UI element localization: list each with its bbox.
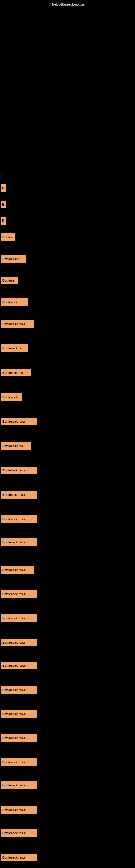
bottleneck-label-3: E	[1, 201, 6, 208]
bottleneck-label-22: Bottleneck result	[1, 639, 37, 646]
bottleneck-label-11: Bottleneck res	[1, 369, 31, 376]
bottleneck-label-27: Bottleneck result	[1, 758, 37, 766]
bottleneck-label-12: Bottleneck	[1, 393, 22, 401]
bottleneck-label-17: Bottleneck result	[1, 516, 37, 523]
bottleneck-label-28: Bottleneck result	[1, 781, 37, 789]
bottleneck-label-4: B	[1, 217, 6, 225]
bottleneck-label-13: Bottleneck result	[1, 418, 37, 425]
bottleneck-label-20: Bottleneck result	[1, 590, 37, 598]
bottleneck-label-29: Bottleneck result	[1, 806, 37, 814]
bottleneck-label-23: Bottleneck result	[1, 662, 37, 670]
bottleneck-label-7: Bottlene	[1, 277, 18, 284]
bottleneck-label-6: Bottleneck r	[1, 255, 26, 262]
bottleneck-label-30: Bottleneck result	[1, 829, 37, 837]
bottleneck-label-8: Bottleneck re	[1, 299, 28, 306]
bottleneck-label-31: Bottleneck result	[1, 854, 37, 861]
bottleneck-label-19: Bottleneck result	[1, 566, 34, 574]
site-title: TheBottlenecker.com	[50, 2, 85, 6]
bottleneck-label-1: |	[1, 168, 5, 174]
bottleneck-label-2: B	[1, 184, 6, 192]
bottleneck-label-16: Bottleneck result	[1, 491, 37, 499]
bottleneck-label-10: Bottleneck re	[1, 344, 28, 352]
bottleneck-label-21: Bottleneck result	[1, 614, 37, 622]
bottleneck-label-18: Bottleneck result	[1, 538, 37, 546]
bottleneck-label-25: Bottleneck result	[1, 710, 37, 718]
bottleneck-label-5: Bottlen	[1, 233, 15, 241]
bottleneck-label-14: Bottleneck res	[1, 442, 31, 450]
bottleneck-label-26: Bottleneck result	[1, 734, 37, 742]
bottleneck-label-9: Bottleneck resul	[1, 320, 34, 328]
bottleneck-label-24: Bottleneck result	[1, 686, 37, 693]
bottleneck-label-15: Bottleneck result	[1, 467, 37, 474]
